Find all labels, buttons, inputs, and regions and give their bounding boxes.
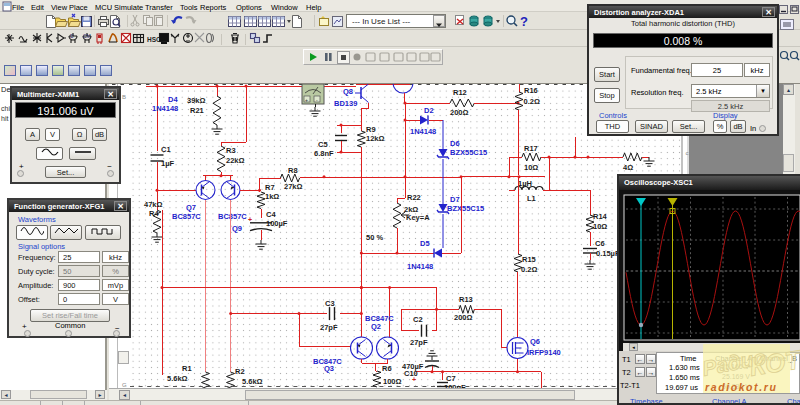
svg-text:R21: R21 <box>190 106 204 115</box>
svg-text:27pF: 27pF <box>410 338 428 347</box>
svg-text:radiokot.ru: radiokot.ru <box>705 381 777 393</box>
svg-text:BC857C: BC857C <box>218 212 247 221</box>
svg-text:R9: R9 <box>366 125 376 134</box>
svg-text:R4: R4 <box>149 209 159 218</box>
svg-text:BZX55C15: BZX55C15 <box>450 148 487 157</box>
svg-text:10Ω: 10Ω <box>593 222 607 231</box>
svg-text:R2: R2 <box>235 367 245 376</box>
svg-text:R16: R16 <box>524 86 538 95</box>
svg-text:Q9: Q9 <box>232 224 242 233</box>
svg-text:Q6: Q6 <box>530 337 540 346</box>
svg-text:CM: CM <box>83 33 91 39</box>
svg-text:+: + <box>248 216 252 223</box>
svg-text:R7: R7 <box>265 183 275 192</box>
svg-text:R8: R8 <box>288 166 298 175</box>
svg-text:1N4148: 1N4148 <box>152 104 178 113</box>
svg-text:27pF: 27pF <box>320 323 338 332</box>
svg-text:BD139: BD139 <box>334 99 357 108</box>
svg-text:IRFP9140: IRFP9140 <box>527 348 561 357</box>
svg-text:C6: C6 <box>595 239 605 248</box>
svg-text:6.8nF: 6.8nF <box>314 149 334 158</box>
svg-text:HSC: HSC <box>147 36 161 43</box>
svg-text:C5: C5 <box>318 140 328 149</box>
svg-text:200Ω: 200Ω <box>454 313 473 322</box>
svg-text:R1: R1 <box>182 364 192 373</box>
svg-text:C7: C7 <box>446 374 456 383</box>
svg-text:100Ω: 100Ω <box>383 377 402 386</box>
svg-text:1µF: 1µF <box>161 159 174 168</box>
svg-text:R12: R12 <box>453 88 467 97</box>
svg-text:0.2Ω: 0.2Ω <box>521 265 537 274</box>
svg-text:D2: D2 <box>424 106 434 115</box>
svg-text:27kΩ: 27kΩ <box>284 182 303 191</box>
svg-text:Q7: Q7 <box>186 203 196 212</box>
svg-text:Key=A: Key=A <box>406 213 430 222</box>
svg-text:50 %: 50 % <box>366 233 383 242</box>
svg-text:+: + <box>305 97 308 103</box>
svg-text:Q8: Q8 <box>343 87 353 96</box>
svg-text:R3: R3 <box>226 146 236 155</box>
svg-text:39kΩ: 39kΩ <box>187 96 206 105</box>
svg-text:R14: R14 <box>593 212 608 221</box>
svg-text:BZX55C15: BZX55C15 <box>447 204 484 213</box>
svg-text:4Ω: 4Ω <box>623 163 633 172</box>
svg-text:0.2Ω: 0.2Ω <box>524 97 540 106</box>
svg-text:L1: L1 <box>527 194 536 203</box>
svg-text:D6: D6 <box>450 139 460 148</box>
svg-text:c: c <box>686 150 689 156</box>
svg-text:Q3: Q3 <box>324 364 334 373</box>
svg-text:?: ? <box>520 14 528 29</box>
svg-text:1N4148: 1N4148 <box>407 262 433 271</box>
svg-text:22kΩ: 22kΩ <box>226 156 245 165</box>
svg-text:C1: C1 <box>161 145 171 154</box>
svg-text:R22: R22 <box>407 193 421 202</box>
svg-text:C2: C2 <box>413 315 423 324</box>
svg-text:R15: R15 <box>522 255 536 264</box>
svg-text:C10: C10 <box>404 369 418 378</box>
svg-text:Q2: Q2 <box>371 322 381 331</box>
svg-text:200Ω: 200Ω <box>450 108 469 117</box>
svg-text:100µF: 100µF <box>266 219 288 228</box>
svg-text:1kΩ: 1kΩ <box>265 192 279 201</box>
svg-text:R6: R6 <box>382 364 392 373</box>
svg-text:C3: C3 <box>325 299 335 308</box>
svg-text:1µH: 1µH <box>518 179 532 188</box>
svg-text:BC857C: BC857C <box>172 212 201 221</box>
svg-text:5.6kΩ: 5.6kΩ <box>242 377 263 386</box>
svg-text:D5: D5 <box>420 239 430 248</box>
svg-text:12kΩ: 12kΩ <box>366 134 385 143</box>
svg-text:B: B <box>122 94 126 100</box>
svg-text:5.6kΩ: 5.6kΩ <box>167 374 188 383</box>
svg-text:10Ω: 10Ω <box>524 163 538 172</box>
svg-text:R17: R17 <box>524 144 538 153</box>
svg-text:D: D <box>70 33 74 39</box>
svg-text:R13: R13 <box>459 295 473 304</box>
svg-text:1N4148: 1N4148 <box>410 127 436 136</box>
